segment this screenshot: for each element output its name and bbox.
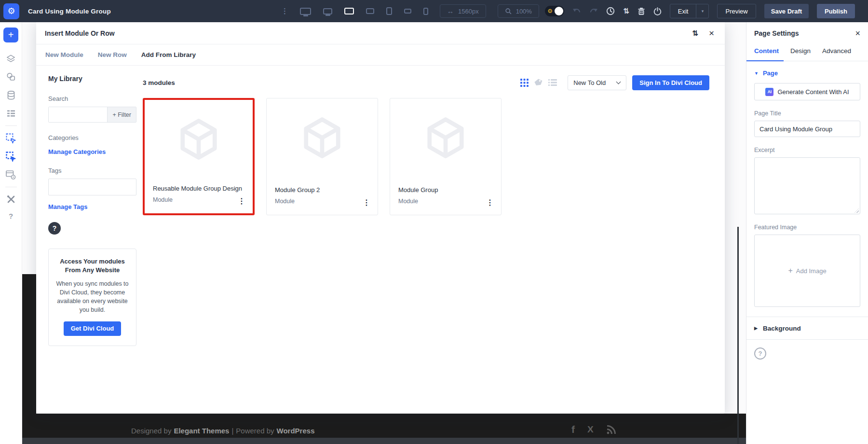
- help-icon[interactable]: ?: [9, 212, 13, 220]
- toggle-knob: [555, 7, 563, 15]
- page-settings-panel-icon[interactable]: [5, 169, 17, 180]
- featured-image-box[interactable]: + Add Image: [754, 235, 860, 307]
- zoom-control[interactable]: 100%: [498, 4, 539, 18]
- elegant-themes-link[interactable]: Elegant Themes: [174, 427, 229, 435]
- filter-button[interactable]: + Filter: [107, 107, 136, 122]
- canvas-width-value: 1560px: [458, 8, 479, 15]
- database-icon[interactable]: [5, 89, 17, 101]
- sort-order-select[interactable]: New To Old: [568, 75, 626, 90]
- layers-icon[interactable]: [5, 53, 17, 64]
- ai-icon: AI: [765, 88, 773, 96]
- facebook-icon[interactable]: f: [571, 424, 575, 435]
- exit-button[interactable]: Exit: [670, 4, 696, 18]
- shapes-icon[interactable]: [5, 71, 17, 83]
- responsive-controls: ⋮ ↔ 1560px 100%: [281, 0, 539, 22]
- manage-categories-link[interactable]: Manage Categories: [48, 148, 136, 155]
- tab-new-module[interactable]: New Module: [45, 51, 83, 58]
- redo-icon[interactable]: [589, 8, 598, 15]
- modal-title: Insert Module Or Row: [45, 29, 115, 37]
- card-menu-icon[interactable]: ⋮: [363, 198, 370, 207]
- module-cube-icon: [176, 116, 222, 164]
- background-section-toggle[interactable]: ▶ Background: [754, 317, 860, 339]
- module-card-title: Module Group 2: [275, 186, 320, 194]
- featured-image-label: Featured Image: [754, 224, 860, 231]
- promo-title: Access Your modules From Any Website: [54, 257, 130, 274]
- module-card[interactable]: Module Group 2 Module ⋮: [266, 98, 378, 215]
- close-icon[interactable]: ×: [709, 28, 714, 38]
- wordpress-link[interactable]: WordPress: [277, 427, 315, 435]
- search-input[interactable]: [49, 107, 107, 122]
- laptop-icon[interactable]: [344, 8, 354, 14]
- load-from-library-icon[interactable]: [5, 151, 17, 162]
- excerpt-textarea[interactable]: [754, 157, 860, 214]
- tag-view-icon[interactable]: [534, 78, 543, 87]
- add-module-button[interactable]: +: [3, 28, 18, 42]
- toolbar-actions: ⚙ ⇅ Exit ▾ Preview Save Draft Publish: [545, 0, 855, 22]
- card-menu-icon[interactable]: ⋮: [486, 198, 494, 207]
- save-draft-button[interactable]: Save Draft: [764, 4, 809, 18]
- tags-input[interactable]: [48, 179, 136, 195]
- page-title-label: Page Title: [754, 110, 860, 117]
- desktop-icon[interactable]: [323, 8, 332, 14]
- library-help-icon[interactable]: ?: [48, 222, 61, 235]
- card-menu-icon[interactable]: ⋮: [238, 196, 245, 206]
- exit-button-group: Exit ▾: [670, 4, 709, 18]
- site-bottom-strip: [22, 438, 746, 444]
- phone-landscape-icon[interactable]: [404, 9, 411, 14]
- tab-advanced[interactable]: Advanced: [822, 47, 851, 61]
- save-to-library-icon[interactable]: [5, 132, 17, 144]
- canvas-scrollbar[interactable]: [737, 227, 739, 444]
- background-label: Background: [763, 325, 801, 332]
- more-options-icon[interactable]: ⋮: [281, 7, 288, 15]
- desktop-wide-icon[interactable]: [300, 8, 311, 15]
- list-settings-icon[interactable]: [5, 108, 17, 119]
- credits-separator: |: [231, 427, 233, 435]
- get-divi-cloud-button[interactable]: Get Divi Cloud: [64, 321, 122, 336]
- rss-icon[interactable]: [606, 424, 617, 435]
- portability-icon[interactable]: ⇅: [692, 29, 698, 38]
- page-title-input[interactable]: [754, 121, 860, 137]
- module-card-type: Module: [398, 198, 418, 205]
- canvas-width-control[interactable]: ↔ 1560px: [440, 4, 486, 18]
- undo-icon[interactable]: [572, 8, 581, 15]
- sign-in-divi-cloud-button[interactable]: Sign In To Divi Cloud: [632, 75, 709, 90]
- preview-button[interactable]: Preview: [717, 4, 756, 18]
- tab-design[interactable]: Design: [790, 47, 811, 61]
- library-main: 3 modules: [136, 66, 725, 391]
- power-icon[interactable]: [653, 7, 662, 15]
- tab-new-row[interactable]: New Row: [98, 51, 127, 58]
- history-icon[interactable]: [606, 7, 615, 15]
- portability-icon[interactable]: ⇅: [623, 7, 629, 15]
- list-view-icon[interactable]: [548, 79, 557, 86]
- phone-portrait-icon[interactable]: [423, 8, 428, 15]
- chevron-down-icon: [616, 79, 621, 84]
- tools-icon[interactable]: [5, 194, 17, 205]
- tablet-portrait-icon[interactable]: [386, 7, 392, 15]
- library-title: My Library: [48, 75, 136, 83]
- promo-body: When you sync modules to Divi Cloud, the…: [54, 279, 130, 315]
- exit-dropdown-caret[interactable]: ▾: [696, 4, 708, 18]
- zoom-value: 100%: [516, 8, 532, 15]
- module-card[interactable]: Module Group Module ⋮: [390, 98, 502, 215]
- triangle-down-icon: ▼: [754, 71, 759, 76]
- page-section-toggle[interactable]: ▼ Page: [754, 69, 860, 77]
- module-card-selected[interactable]: Reusable Module Group Design Module ⋮: [143, 98, 255, 215]
- sort-order-value: New To Old: [573, 79, 606, 86]
- credits-text: Powered by: [236, 427, 274, 435]
- close-icon[interactable]: ×: [855, 29, 860, 38]
- page-settings-gear-button[interactable]: ⚙: [3, 3, 19, 19]
- tab-add-from-library[interactable]: Add From Library: [141, 51, 196, 58]
- generate-content-ai-button[interactable]: AI Generate Content With AI: [754, 83, 860, 100]
- sidebar-divider: [5, 125, 17, 126]
- search-label: Search: [48, 95, 136, 102]
- x-twitter-icon[interactable]: X: [587, 424, 594, 435]
- builder-mode-toggle[interactable]: ⚙: [545, 6, 564, 16]
- grid-view-icon[interactable]: [520, 79, 529, 87]
- tablet-landscape-icon[interactable]: [366, 8, 374, 14]
- panel-help-icon[interactable]: ?: [754, 347, 766, 360]
- trash-icon[interactable]: [637, 7, 645, 15]
- manage-tags-link[interactable]: Manage Tags: [48, 203, 136, 210]
- publish-button[interactable]: Publish: [817, 4, 855, 18]
- builder-canvas: Designed by Elegant Themes | Powered by …: [22, 22, 746, 444]
- tab-content[interactable]: Content: [754, 47, 779, 61]
